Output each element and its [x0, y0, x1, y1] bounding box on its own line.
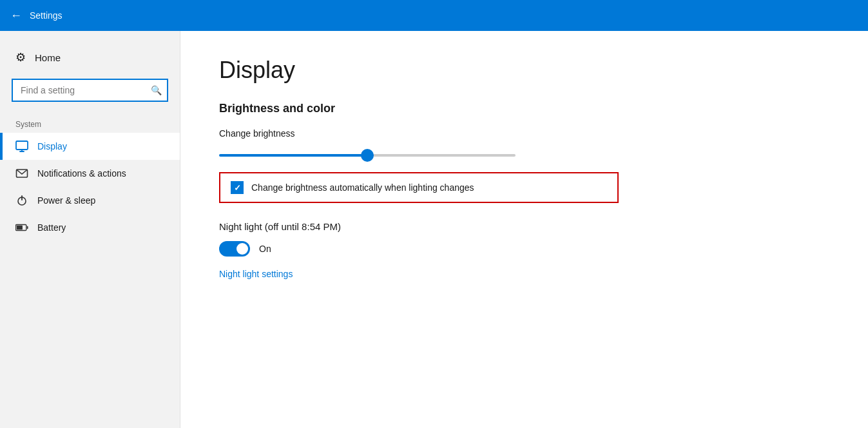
title-bar: ← Settings — [0, 0, 868, 31]
night-light-settings-link[interactable]: Night light settings — [219, 269, 293, 279]
sidebar-section-label: System — [0, 110, 180, 133]
brightness-slider[interactable] — [219, 154, 516, 157]
sidebar-item-power[interactable]: Power & sleep — [0, 187, 180, 214]
svg-rect-0 — [16, 141, 28, 150]
sidebar-item-home[interactable]: ⚙ Home — [0, 44, 180, 71]
content-area: Display Brightness and color Change brig… — [180, 31, 868, 428]
search-input[interactable] — [12, 79, 168, 102]
search-wrapper: 🔍 — [12, 79, 168, 102]
main-layout: ⚙ Home 🔍 System Display — [0, 31, 868, 428]
sidebar-home-label: Home — [35, 52, 61, 63]
sidebar-item-notifications[interactable]: Notifications & actions — [0, 160, 180, 187]
night-light-toggle-label: On — [259, 244, 271, 254]
brightness-section-title: Brightness and color — [219, 102, 829, 115]
auto-brightness-row[interactable]: ✓ Change brightness automatically when l… — [219, 172, 619, 203]
night-light-toggle-row: On — [219, 241, 829, 257]
gear-icon: ⚙ — [15, 50, 26, 64]
search-container: 🔍 — [0, 71, 180, 110]
page-title: Display — [219, 57, 829, 84]
sidebar-power-label: Power & sleep — [37, 195, 95, 206]
svg-rect-8 — [17, 226, 23, 229]
back-button[interactable]: ← — [10, 9, 22, 23]
brightness-slider-container — [219, 148, 829, 159]
sidebar: ⚙ Home 🔍 System Display — [0, 31, 180, 428]
sidebar-item-battery[interactable]: Battery — [0, 214, 180, 241]
power-icon — [15, 194, 28, 207]
notifications-icon — [15, 167, 28, 180]
display-icon — [15, 140, 28, 153]
auto-brightness-label: Change brightness automatically when lig… — [251, 182, 474, 193]
battery-icon — [15, 221, 28, 234]
title-bar-title: Settings — [30, 10, 63, 21]
auto-brightness-checkbox[interactable]: ✓ — [231, 181, 244, 194]
toggle-knob — [236, 243, 248, 255]
sidebar-battery-label: Battery — [37, 222, 66, 233]
check-icon: ✓ — [234, 183, 241, 193]
brightness-label: Change brightness — [219, 128, 829, 139]
night-light-toggle[interactable] — [219, 241, 250, 257]
sidebar-display-label: Display — [37, 141, 67, 151]
sidebar-item-display[interactable]: Display — [0, 133, 180, 160]
sidebar-notifications-label: Notifications & actions — [37, 168, 126, 179]
svg-rect-7 — [27, 226, 28, 229]
night-light-label: Night light (off until 8:54 PM) — [219, 221, 829, 232]
